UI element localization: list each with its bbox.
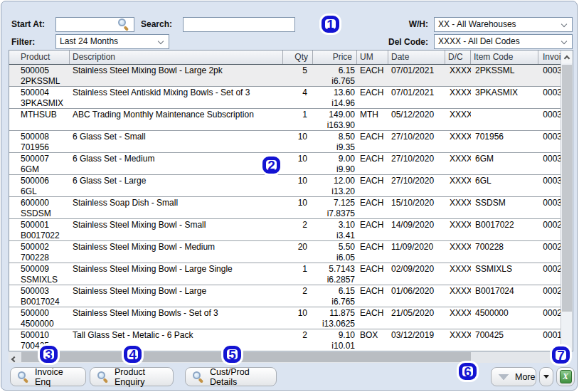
export-excel-button[interactable]: X [556, 367, 575, 386]
table-row[interactable]: 500005 2PKSSML Stainless Steel Mixing Bo… [9, 65, 562, 87]
table-row[interactable]: 500006 6GL 6 Glass Set - Large 10 12.00 … [9, 175, 562, 197]
cust-prod-details-button[interactable]: Cust/Prod Details [185, 367, 277, 386]
table-row[interactable]: 500003 B0017024 Stainless Steel Mixing B… [9, 285, 562, 307]
excel-icon: X [560, 370, 572, 383]
annotation-badge-2: 2 [262, 157, 280, 174]
more-button-label: More [515, 372, 535, 382]
annotation-badge-4: 4 [124, 346, 142, 363]
column-header-price[interactable]: Price [313, 51, 357, 64]
del-code-label: Del Code: [357, 37, 428, 47]
scroll-left-button[interactable] [9, 351, 21, 363]
table-row[interactable]: 500009 SSMIXLS Stainless Steel Mixing Bo… [9, 263, 562, 285]
column-header-dc[interactable]: D/C [445, 51, 471, 64]
invoice-enq-button-label: Invoice Enq [35, 367, 78, 387]
del-code-select-value: XXXX - All Del Codes [438, 36, 520, 46]
product-enquiry-button[interactable]: Product Enquiry [90, 367, 174, 386]
more-dropdown-button[interactable] [539, 367, 553, 386]
column-header-invoice[interactable]: Invoi [538, 51, 562, 64]
chevron-down-icon [561, 21, 567, 27]
column-header-description[interactable]: Description [70, 51, 283, 64]
column-header-date[interactable]: Date [388, 51, 445, 64]
horizontal-scrollbar-thumb[interactable] [21, 352, 471, 362]
table-row[interactable]: 500010 700425 Tall Glass Set - Metalic -… [9, 329, 562, 351]
table-row[interactable]: 500008 701956 6 Glass Set - Small 10 8.5… [9, 131, 562, 153]
filter-select-value: Last 24 Months [60, 36, 118, 46]
column-header-product[interactable]: Product [9, 51, 70, 64]
enquiry-panel: Start At: Search: Filter: Last 24 Months… [1, 1, 578, 391]
magnifier-icon [97, 371, 109, 383]
scroll-up-button[interactable] [561, 51, 573, 63]
cust-prod-details-button-label: Cust/Prod Details [210, 367, 269, 387]
table-row[interactable]: 500007 6GM 6 Glass Set - Medium 10 9.00 … [9, 153, 562, 175]
search-icon[interactable] [118, 18, 129, 30]
filter-label: Filter: [11, 37, 35, 47]
horizontal-scrollbar[interactable] [9, 351, 563, 363]
chevron-up-icon [564, 55, 570, 61]
more-button[interactable]: More [491, 367, 536, 386]
caret-down-icon [543, 375, 549, 378]
vertical-scrollbar-thumb[interactable] [562, 65, 572, 312]
column-header-item-code[interactable]: Item Code [471, 51, 538, 64]
warehouse-select-value: XX - All Warehouses [438, 19, 516, 29]
annotation-badge-3: 3 [40, 346, 58, 363]
warehouse-select[interactable]: XX - All Warehouses [434, 17, 573, 32]
magnifier-icon [193, 371, 204, 383]
table-header-row: Product Description Qty Price UM Date D/… [9, 51, 573, 65]
table-body: 500005 2PKSSML Stainless Steel Mixing Bo… [9, 65, 562, 351]
annotation-badge-7: 7 [552, 346, 570, 364]
triangle-down-icon [499, 374, 509, 380]
vertical-scrollbar[interactable] [561, 51, 573, 351]
annotation-badge-6: 6 [459, 363, 477, 380]
column-header-um[interactable]: UM [357, 51, 388, 64]
table-row[interactable]: 500001 B0017022 Stainless Steel Mixing B… [9, 219, 562, 241]
annotation-badge-1: 1 [322, 16, 339, 33]
product-enquiry-button-label: Product Enquiry [115, 367, 166, 387]
table-row[interactable]: MTHSUB ABC Trading Monthly Maintenance S… [9, 109, 562, 131]
filter-select[interactable]: Last 24 Months [55, 34, 169, 49]
magnifier-icon [18, 371, 29, 383]
chevron-down-icon [158, 38, 164, 44]
table-row[interactable]: 500004 3PKASMIX Stainless Steel Antiskid… [9, 87, 562, 109]
chevron-left-icon [11, 356, 17, 362]
table-row[interactable]: 600000 SSDSM Stainless Soap Dish - Small… [9, 197, 562, 219]
start-at-label: Start At: [11, 19, 45, 29]
chevron-down-icon [561, 38, 567, 44]
search-label: Search: [141, 19, 172, 29]
search-input[interactable] [183, 17, 295, 32]
annotation-badge-5: 5 [223, 346, 241, 363]
invoice-enq-button[interactable]: Invoice Enq [10, 367, 86, 386]
column-header-qty[interactable]: Qty [283, 51, 313, 64]
results-table: Product Description Qty Price UM Date D/… [9, 50, 573, 351]
enquiry-window: Start At: Search: Filter: Last 24 Months… [0, 0, 579, 392]
table-row[interactable]: 500000 4500000 Stainless Steel Mixing Bo… [9, 307, 562, 329]
del-code-select[interactable]: XXXX - All Del Codes [434, 34, 573, 49]
table-row[interactable]: 500002 700228 Stainless Steel Mixing Bow… [9, 241, 562, 263]
wh-label: W/H: [357, 19, 428, 29]
